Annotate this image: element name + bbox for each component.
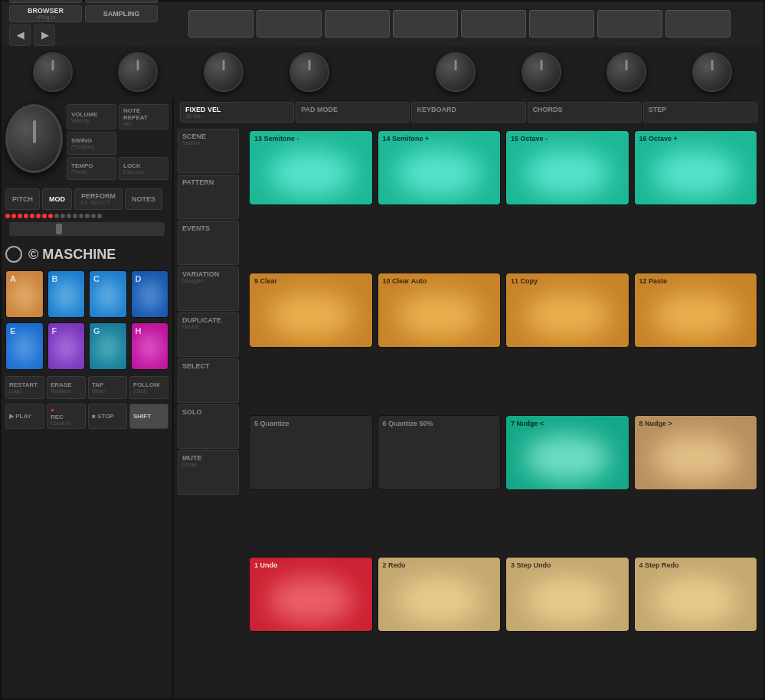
- group-pad-e[interactable]: E: [5, 322, 44, 370]
- fader-track[interactable]: [9, 222, 165, 236]
- nav-left-button[interactable]: ◀: [9, 25, 31, 46]
- pad-5[interactable]: 5 Quantize: [249, 415, 373, 490]
- scene-button[interactable]: SCENE Section: [178, 129, 239, 173]
- erase-button[interactable]: ERASE Replace: [47, 376, 86, 399]
- left-lower-panel: VOLUME Velocity NOTE REPEAT Arp SWING (P…: [2, 98, 174, 698]
- led-10: [60, 214, 65, 218]
- knob-5[interactable]: [436, 52, 476, 92]
- pad-4[interactable]: 4 Step Redo: [634, 557, 758, 632]
- pad-16[interactable]: 16 Octave +: [634, 130, 758, 205]
- notes-button[interactable]: NOTES: [125, 188, 162, 210]
- play-button[interactable]: ▶ PLAY: [5, 404, 44, 429]
- transport-row-2: ▶ PLAY ● REC Count-In ■ STOP SHIFT: [2, 401, 172, 431]
- knob-1[interactable]: [33, 52, 73, 92]
- knob-3[interactable]: [204, 52, 244, 92]
- group-pad-d[interactable]: D: [131, 270, 169, 318]
- select-button[interactable]: SELECT: [178, 358, 239, 403]
- mod-button[interactable]: MOD: [42, 188, 72, 210]
- lock-button[interactable]: LOCK Ext Lock: [119, 157, 168, 180]
- top-pad-6[interactable]: [529, 10, 594, 38]
- knob-2[interactable]: [118, 52, 158, 92]
- pattern-button[interactable]: PATTERN: [178, 175, 239, 219]
- events-button[interactable]: EVENTS: [178, 221, 239, 265]
- solo-button[interactable]: SOLO: [178, 404, 239, 449]
- mute-button[interactable]: MUTE Choke: [178, 450, 239, 495]
- variation-button[interactable]: VARIATION Navigate: [178, 267, 239, 311]
- group-pad-h[interactable]: H: [131, 322, 169, 370]
- knob-8[interactable]: [692, 52, 732, 92]
- mixer-button[interactable]: MIXER: [85, 0, 158, 3]
- pad-1[interactable]: 1 Undo: [249, 557, 373, 632]
- arranger-button[interactable]: ARRANGER: [9, 0, 82, 3]
- pitch-button[interactable]: PITCH: [5, 188, 40, 210]
- right-panel: FIXED VEL 16 Vel PAD MODE KEYBOARD CHORD…: [174, 98, 763, 698]
- follow-button[interactable]: FOLLOW (Grid): [129, 376, 168, 399]
- side-buttons: SCENE Section PATTERN EVENTS VARIATION N…: [174, 126, 243, 698]
- pad-10[interactable]: 10 Clear Auto: [378, 273, 502, 348]
- pad-7[interactable]: 7 Nudge <: [505, 415, 629, 490]
- group-pad-f[interactable]: F: [47, 322, 86, 370]
- group-pad-a[interactable]: A: [5, 270, 44, 318]
- pad-14[interactable]: 14 Semitone +: [378, 130, 502, 205]
- led-1: [5, 214, 10, 218]
- browser-button[interactable]: BROWSER +Plug-In: [9, 5, 82, 22]
- led-13: [79, 214, 83, 218]
- chords-button[interactable]: CHORDS: [528, 102, 642, 123]
- main-encoder[interactable]: [5, 104, 63, 173]
- led-11: [67, 214, 71, 218]
- led-4: [24, 214, 28, 218]
- note-repeat-button[interactable]: NOTE REPEAT Arp: [119, 104, 168, 129]
- pad-15[interactable]: 15 Octave -: [505, 130, 629, 205]
- top-pad-5[interactable]: [461, 10, 526, 38]
- tap-button[interactable]: TAP Metro: [88, 376, 127, 399]
- top-pad-4[interactable]: [393, 10, 458, 38]
- top-pad-1[interactable]: [188, 10, 253, 38]
- group-pads-bottom: E F G H: [2, 320, 172, 374]
- led-15: [91, 214, 96, 218]
- knob-6[interactable]: [521, 52, 561, 92]
- rec-button[interactable]: ● REC Count-In: [47, 404, 86, 429]
- restart-button[interactable]: RESTART Loop: [5, 376, 44, 399]
- volume-button[interactable]: VOLUME Velocity: [67, 104, 116, 129]
- sampling-button[interactable]: SAMPLING: [85, 5, 158, 22]
- perform-button[interactable]: PERFORM FX Select: [74, 188, 123, 210]
- shift-button[interactable]: SHIFT: [129, 404, 168, 429]
- pad-mode-button[interactable]: PAD MODE: [296, 102, 410, 123]
- pad-6[interactable]: 6 Quantize 50%: [378, 415, 502, 490]
- maschine-device: CHANNEL MIDI PLUG-IN Instance ARRANGER M…: [0, 0, 765, 700]
- top-pad-7[interactable]: [597, 10, 662, 38]
- maschine-logo: © MASCHINE: [2, 238, 172, 267]
- top-pad-8[interactable]: [665, 10, 731, 38]
- keyboard-button[interactable]: KEYBOARD: [411, 102, 525, 123]
- group-pad-c[interactable]: C: [89, 270, 127, 318]
- fixed-vel-button[interactable]: FIXED VEL 16 Vel: [180, 102, 294, 123]
- nav-right-button[interactable]: ▶: [34, 25, 55, 46]
- pad-13[interactable]: 13 Semitone -: [249, 130, 373, 205]
- stop-button[interactable]: ■ STOP: [88, 404, 127, 429]
- group-pads-top: A B C D: [2, 267, 172, 320]
- led-8: [48, 214, 53, 218]
- pad-9[interactable]: 9 Clear: [249, 273, 373, 348]
- knob-4[interactable]: [289, 52, 329, 92]
- led-12: [73, 214, 77, 218]
- pad-12[interactable]: 12 Paste: [634, 273, 758, 348]
- transport-row-1: RESTART Loop ERASE Replace TAP Metro FOL…: [2, 374, 172, 401]
- led-14: [85, 214, 90, 218]
- swing-button[interactable]: SWING (Position): [67, 132, 116, 155]
- group-pad-b[interactable]: B: [47, 270, 86, 318]
- pad-11[interactable]: 11 Copy: [505, 273, 629, 348]
- duplicate-button[interactable]: DUPLICATE Double: [178, 312, 239, 357]
- fader-thumb[interactable]: [56, 224, 62, 234]
- logo-circle-icon: [5, 246, 22, 263]
- step-button[interactable]: STEP: [643, 102, 757, 123]
- pad-8[interactable]: 8 Nudge >: [634, 415, 758, 490]
- knob-7[interactable]: [606, 52, 646, 92]
- tempo-button[interactable]: TEMPO (Tune): [67, 157, 116, 180]
- led-5: [30, 214, 34, 218]
- mode-buttons-row: FIXED VEL 16 Vel PAD MODE KEYBOARD CHORD…: [174, 98, 763, 126]
- top-pad-3[interactable]: [325, 10, 390, 38]
- top-pad-2[interactable]: [257, 10, 322, 38]
- pad-2[interactable]: 2 Redo: [378, 557, 502, 632]
- group-pad-g[interactable]: G: [89, 322, 127, 370]
- pad-3[interactable]: 3 Step Undo: [505, 557, 629, 632]
